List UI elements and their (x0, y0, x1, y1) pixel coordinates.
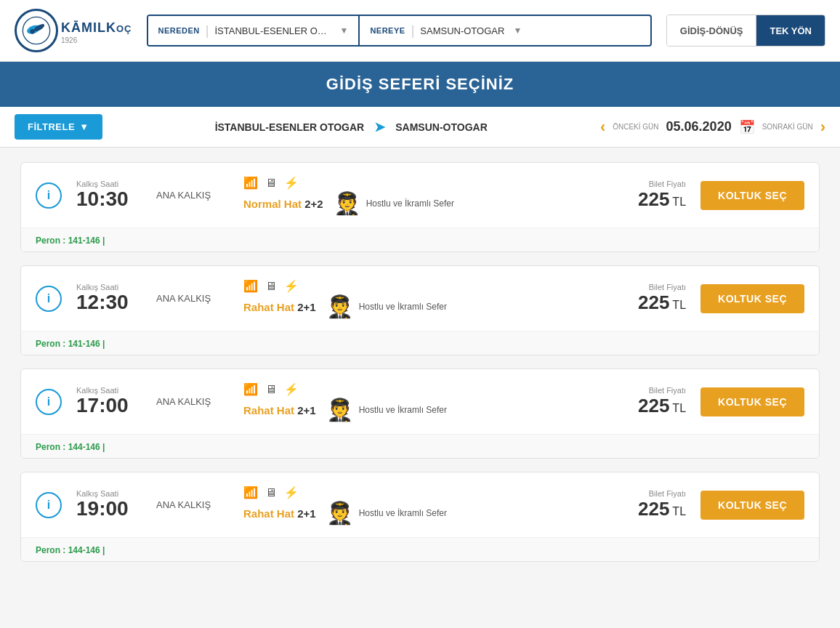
trip-info-icon[interactable]: i (36, 389, 62, 415)
filter-button[interactable]: FİLTRELE ▼ (15, 114, 102, 140)
screen-icon: 🖥 (265, 280, 277, 293)
price-currency: TL (672, 505, 686, 518)
next-day-button[interactable]: › (820, 118, 825, 137)
prev-day-button[interactable]: ‹ (600, 118, 605, 137)
wifi-icon: 📶 (243, 176, 258, 190)
price-section: Bilet Fiyatı 225 TL (599, 489, 686, 520)
to-value: SAMSUN-OTOGAR (420, 25, 504, 36)
departure-type: ANA KALKIŞ (156, 293, 229, 304)
departure-type: ANA KALKIŞ (156, 190, 229, 201)
trip-type-buttons: GİDİŞ-DÖNÜŞ TEK YÖN (666, 15, 825, 47)
oneway-button[interactable]: TEK YÖN (756, 15, 825, 46)
select-seat-button[interactable]: KOLTUK SEÇ (700, 491, 804, 520)
route-bar: FİLTRELE ▼ İSTANBUL-ESENLER OTOGAR ➤ SAM… (0, 107, 840, 148)
from-value: İSTANBUL-ESENLER OTO... (214, 25, 331, 36)
peron-info: Peron : 141-146 | (36, 339, 105, 349)
logo-text-area: KĀMILKoç 1926 (61, 17, 132, 44)
trip-card-footer: Peron : 141-146 | (21, 331, 819, 355)
service-label: Hostlu ve İkramlı Sefer (366, 198, 454, 209)
select-seat-button[interactable]: KOLTUK SEÇ (700, 284, 804, 313)
select-seat-button[interactable]: KOLTUK SEÇ (700, 387, 804, 416)
from-dropdown-icon: ▼ (339, 25, 348, 36)
service-icon: 🧑‍✈ (326, 399, 353, 421)
peron-info: Peron : 144-146 | (36, 442, 105, 452)
power-icon: ⚡ (284, 279, 299, 293)
hat-section: 📶 🖥 ⚡ Rahat Hat 2+1 🧑‍✈ Hostlu ve İkraml… (243, 279, 584, 318)
trip-card: i Kalkış Saati 10:30 ANA KALKIŞ 📶 🖥 ⚡ No… (20, 162, 820, 252)
hat-section: 📶 🖥 ⚡ Rahat Hat 2+1 🧑‍✈ Hostlu ve İkraml… (243, 382, 584, 421)
trip-info-icon[interactable]: i (36, 492, 62, 518)
trip-card: i Kalkış Saati 19:00 ANA KALKIŞ 📶 🖥 ⚡ Ra… (20, 472, 820, 562)
trip-card-footer: Peron : 141-146 | (21, 228, 819, 251)
filter-icon: ▼ (79, 121, 89, 132)
logo-brand: KĀMILKoç (61, 17, 132, 36)
logo-area: KĀMILKoç 1926 (15, 9, 132, 52)
price-currency: TL (672, 299, 686, 311)
departure-type: ANA KALKIŞ (156, 499, 229, 510)
header: KĀMILKoç 1926 NEREDEN | İSTANBUL-ESENLER… (0, 0, 840, 62)
service-label: Hostlu ve İkramlı Sefer (359, 302, 447, 312)
next-day-label: SONRAKİ GÜN (762, 123, 813, 132)
price-currency: TL (672, 196, 686, 208)
hat-name: Rahat Hat 2+1 (243, 507, 316, 520)
trip-info-icon[interactable]: i (36, 182, 62, 209)
price-value: 225 (638, 395, 669, 416)
departure-time: 10:30 (76, 188, 142, 211)
service-icon: 🧑‍✈ (334, 193, 360, 214)
time-section: Kalkış Saati 17:00 (76, 386, 142, 417)
route-info: İSTANBUL-ESENLER OTOGAR ➤ SAMSUN-OTOGAR (110, 119, 593, 135)
logo-circle (15, 9, 58, 52)
date-navigation: ‹ ÖNCEKİ GÜN 05.06.2020 📅 SONRAKİ GÜN › (600, 118, 825, 137)
route-to: SAMSUN-OTOGAR (395, 121, 488, 133)
hat-name: Rahat Hat 2+1 (243, 404, 316, 416)
bilet-label: Bilet Fiyatı (599, 180, 686, 188)
price-display: 225 TL (599, 395, 686, 417)
prev-day-label: ÖNCEKİ GÜN (613, 123, 658, 132)
svg-point-3 (30, 29, 35, 34)
trip-card-body: i Kalkış Saati 12:30 ANA KALKIŞ 📶 🖥 ⚡ Ra… (21, 266, 819, 331)
from-segment[interactable]: NEREDEN | İSTANBUL-ESENLER OTO... ▼ (148, 16, 359, 45)
departure-time: 12:30 (76, 291, 142, 314)
bilet-label: Bilet Fiyatı (599, 489, 686, 498)
trip-card: i Kalkış Saati 17:00 ANA KALKIŞ 📶 🖥 ⚡ Ra… (20, 369, 820, 459)
price-value: 225 (638, 498, 669, 520)
roundtrip-button[interactable]: GİDİŞ-DÖNÜŞ (667, 15, 757, 46)
amenities-row: 📶 🖥 ⚡ (243, 279, 584, 293)
service-label: Hostlu ve İkramlı Sefer (359, 508, 447, 518)
search-bar: NEREDEN | İSTANBUL-ESENLER OTO... ▼ NERE… (147, 15, 652, 47)
service-icon: 🧑‍✈ (326, 502, 353, 524)
trip-info-icon[interactable]: i (36, 286, 62, 312)
price-display: 225 TL (599, 188, 686, 211)
trip-card-body: i Kalkış Saati 19:00 ANA KALKIŞ 📶 🖥 ⚡ Ra… (21, 472, 819, 537)
time-section: Kalkış Saati 19:00 (76, 489, 142, 520)
screen-icon: 🖥 (265, 177, 277, 190)
wifi-icon: 📶 (243, 486, 258, 499)
route-direction-icon: ➤ (374, 119, 385, 135)
departure-time: 17:00 (76, 395, 142, 417)
price-section: Bilet Fiyatı 225 TL (599, 283, 686, 314)
service-info: 🧑‍✈ Hostlu ve İkramlı Sefer (326, 399, 447, 421)
to-segment[interactable]: NEREYE | SAMSUN-OTOGAR ▼ (360, 16, 532, 45)
from-label: NEREDEN (158, 26, 200, 35)
amenities-row: 📶 🖥 ⚡ (243, 382, 584, 396)
hat-name: Rahat Hat 2+1 (243, 301, 316, 313)
service-icon: 🧑‍✈ (326, 296, 353, 318)
select-seat-button[interactable]: KOLTUK SEÇ (700, 181, 804, 210)
to-dropdown-icon: ▼ (513, 25, 522, 36)
trip-card: i Kalkış Saati 12:30 ANA KALKIŞ 📶 🖥 ⚡ Ra… (20, 265, 820, 355)
time-section: Kalkış Saati 12:30 (76, 283, 142, 314)
calendar-icon[interactable]: 📅 (739, 119, 755, 135)
trips-list: i Kalkış Saati 10:30 ANA KALKIŞ 📶 🖥 ⚡ No… (6, 148, 834, 589)
price-display: 225 TL (599, 291, 686, 314)
departure-time: 19:00 (76, 498, 142, 520)
trip-card-body: i Kalkış Saati 17:00 ANA KALKIŞ 📶 🖥 ⚡ Ra… (21, 369, 819, 434)
price-value: 225 (638, 188, 669, 210)
hat-section: 📶 🖥 ⚡ Rahat Hat 2+1 🧑‍✈ Hostlu ve İkraml… (243, 486, 584, 524)
route-from: İSTANBUL-ESENLER OTOGAR (215, 121, 365, 133)
price-value: 225 (638, 291, 669, 313)
power-icon: ⚡ (284, 176, 299, 190)
bilet-label: Bilet Fiyatı (599, 386, 686, 395)
power-icon: ⚡ (284, 486, 299, 499)
trip-card-footer: Peron : 144-146 | (21, 434, 819, 458)
peron-info: Peron : 141-146 | (36, 236, 105, 246)
